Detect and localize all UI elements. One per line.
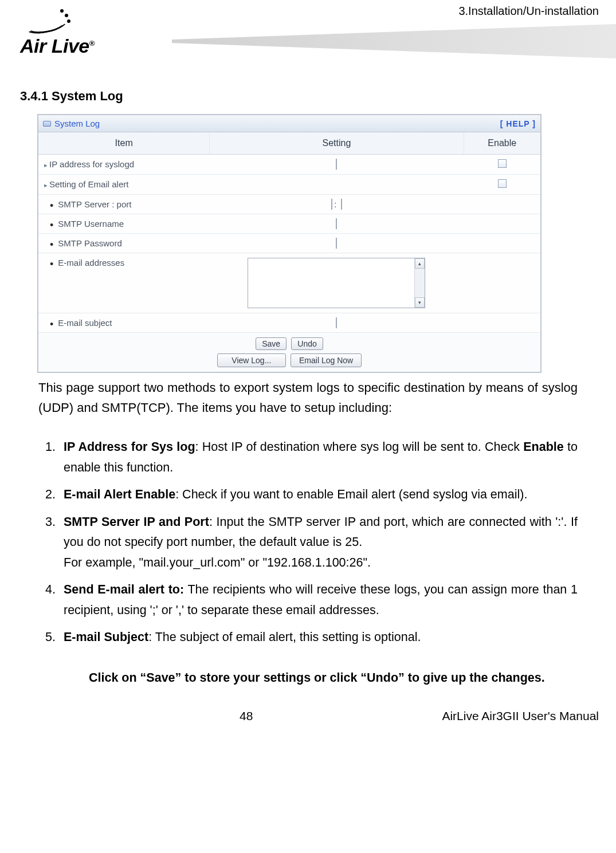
email-log-now-button[interactable]: Email Log Now xyxy=(291,353,362,367)
closing-instruction: Click on “Save” to store your settings o… xyxy=(89,671,579,685)
row-email-alert: ▸Setting of Email alert xyxy=(38,175,540,195)
smtp-server-input[interactable] xyxy=(331,199,332,210)
arrow-icon: ▸ xyxy=(44,182,48,188)
row-ip-syslogd: ▸IP address for syslogd xyxy=(38,155,540,175)
row-smtp-server: •SMTP Server : port : xyxy=(38,195,540,214)
row-email-subject: •E-mail subject xyxy=(38,313,540,333)
bullet-icon: • xyxy=(50,258,53,270)
panel-title: System Log xyxy=(54,119,100,128)
bullet-icon: • xyxy=(50,239,53,250)
th-enable: Enable xyxy=(464,132,540,155)
list-item: E-mail Alert Enable: Check if you want t… xyxy=(59,485,578,505)
smtp-port-input[interactable] xyxy=(341,199,342,210)
scroll-down-icon[interactable]: ▾ xyxy=(415,297,425,308)
colon-separator: : xyxy=(334,199,336,209)
list-item: IP Address for Sys log: Host IP of desti… xyxy=(59,437,578,478)
logo-text: Air Live® xyxy=(20,35,95,57)
manual-title: AirLive Air3GII User's Manual xyxy=(442,709,599,723)
th-setting: Setting xyxy=(210,132,464,155)
view-log-button[interactable]: View Log... xyxy=(217,353,286,367)
intro-paragraph: This page support two methods to export … xyxy=(38,378,578,418)
header-divider xyxy=(172,24,616,58)
section-heading: 3.4.1 System Log xyxy=(20,89,596,104)
help-link[interactable]: [ HELP ] xyxy=(500,119,536,128)
row-smtp-username: •SMTP Username xyxy=(38,214,540,234)
row-email-addresses: •E-mail addresses ▴ ▾ xyxy=(38,253,540,313)
label-smtp-username: SMTP Username xyxy=(58,219,124,229)
page-number: 48 xyxy=(240,709,253,723)
logo-swoosh-icon xyxy=(20,6,72,37)
panel-icon xyxy=(43,121,51,127)
system-log-panel: System Log [ HELP ] Item Setting Enable … xyxy=(37,114,542,373)
label-smtp-password: SMTP Password xyxy=(58,238,121,248)
email-alert-checkbox[interactable] xyxy=(498,179,507,188)
th-item: Item xyxy=(38,132,210,155)
bullet-icon: • xyxy=(50,319,53,330)
email-subject-input[interactable] xyxy=(336,317,337,328)
scroll-up-icon[interactable]: ▴ xyxy=(415,258,425,269)
smtp-password-input[interactable] xyxy=(336,238,337,249)
scrollbar[interactable]: ▴ ▾ xyxy=(414,258,425,308)
bullet-icon: • xyxy=(50,200,53,211)
smtp-username-input[interactable] xyxy=(336,218,337,229)
logo: Air Live® xyxy=(20,6,95,57)
arrow-icon: ▸ xyxy=(44,162,48,168)
ip-syslogd-input[interactable] xyxy=(336,159,337,170)
email-addresses-textarea[interactable]: ▴ ▾ xyxy=(248,258,425,308)
undo-button[interactable]: Undo xyxy=(291,337,323,350)
label-email-subject: E-mail subject xyxy=(58,318,112,328)
ip-syslogd-checkbox[interactable] xyxy=(498,159,507,168)
row-smtp-password: •SMTP Password xyxy=(38,234,540,253)
list-item: Send E-mail alert to: The recipients who… xyxy=(59,580,578,620)
label-email-addresses: E-mail addresses xyxy=(58,258,124,268)
breadcrumb: 3.Installation/Un-installation xyxy=(458,5,599,18)
list-item: E-mail Subject: The subject of email ale… xyxy=(59,627,578,647)
instruction-list: IP Address for Sys log: Host IP of desti… xyxy=(59,437,578,647)
label-ip-syslogd: IP address for syslogd xyxy=(49,159,134,169)
list-item: SMTP Server IP and Port: Input the SMTP … xyxy=(59,512,578,573)
label-email-alert: Setting of Email alert xyxy=(49,179,128,189)
save-button[interactable]: Save xyxy=(256,337,287,350)
label-smtp-server: SMTP Server : port xyxy=(58,199,131,209)
bullet-icon: • xyxy=(50,219,53,231)
